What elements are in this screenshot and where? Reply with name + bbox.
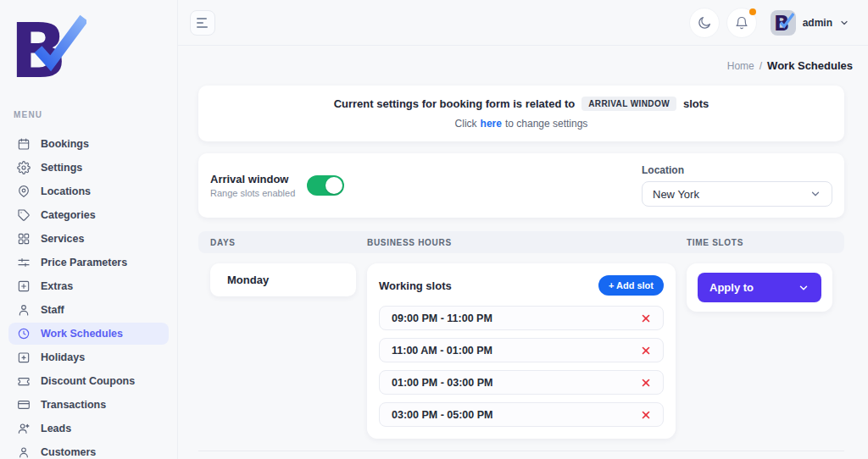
sidebar-item-extras[interactable]: Extras (8, 275, 169, 297)
change-settings-link[interactable]: here (481, 118, 502, 130)
arrival-window-toggle-block: Arrival window Range slots enabled (210, 173, 344, 198)
content-divider (198, 451, 844, 451)
clock-icon (17, 327, 31, 340)
bell-icon (734, 15, 749, 30)
time-slot-value: 01:00 PM - 03:00 PM (392, 377, 493, 389)
time-slot-value: 09:00 PM - 11:00 PM (392, 312, 492, 324)
x-icon (641, 410, 651, 420)
sidebar-item-label: Services (41, 233, 84, 245)
sidebar-item-label: Extras (41, 280, 73, 292)
sidebar-item-services[interactable]: Services (8, 228, 169, 250)
delete-slot-button[interactable] (641, 346, 651, 356)
time-slot-row: 03:00 PM - 05:00 PM (379, 402, 664, 427)
top-bar: B admin (178, 0, 868, 46)
breadcrumb-current: Work Schedules (767, 59, 853, 72)
apply-to-button[interactable]: Apply to (698, 273, 821, 302)
schedule-table-header: DAYS BUSINESS HOURS TIME SLOTS (198, 231, 844, 253)
settings-info-banner: Current settings for booking form is rel… (198, 86, 844, 141)
arrival-window-title: Arrival window (210, 173, 295, 185)
working-slots-header: Working slots + Add slot (379, 275, 664, 296)
apply-to-label: Apply to (709, 281, 754, 294)
location-select[interactable]: New York (642, 181, 832, 207)
user-menu[interactable]: B admin (771, 10, 849, 36)
breadcrumb-home-link[interactable]: Home (727, 60, 754, 72)
location-block: Location New York (642, 164, 832, 207)
sidebar-toggle-button[interactable] (190, 10, 215, 36)
sidebar-item-staff[interactable]: Staff (8, 299, 169, 321)
user-star-icon (17, 422, 31, 435)
banner-line2: Click here to change settings (212, 118, 831, 130)
slot-list: 09:00 PM - 11:00 PM 11:00 AM - 01:00 PM … (379, 306, 664, 427)
brand-logo[interactable]: B (0, 0, 177, 91)
sidebar-item-settings[interactable]: Settings (8, 157, 169, 179)
arrival-window-panel: Arrival window Range slots enabled Locat… (198, 153, 844, 218)
banner-change-text: to change settings (505, 118, 587, 130)
working-slots-card: Working slots + Add slot 09:00 PM - 11:0… (367, 263, 676, 439)
column-header-business-hours: BUSINESS HOURS (367, 238, 676, 247)
sidebar-item-bookings[interactable]: Bookings (8, 133, 169, 155)
calendar-plus-icon (17, 351, 31, 364)
banner-text-after: slots (683, 97, 709, 110)
avatar-logo-icon: B (772, 12, 794, 34)
x-icon (641, 346, 651, 356)
sidebar-item-label: Settings (41, 162, 82, 174)
time-slot-row: 09:00 PM - 11:00 PM (379, 306, 664, 330)
moon-icon (697, 15, 712, 30)
arrival-window-subtitle: Range slots enabled (210, 188, 295, 198)
time-slot-row: 11:00 AM - 01:00 PM (379, 338, 664, 362)
sidebar-item-locations[interactable]: Locations (8, 180, 169, 202)
brand-logo-icon: B (8, 12, 86, 90)
arrival-window-toggle[interactable] (307, 175, 344, 196)
sidebar-item-discount-coupons[interactable]: Discount Coupons (8, 370, 169, 392)
apply-to-card: Apply to (687, 263, 832, 312)
banner-line1: Current settings for booking form is rel… (212, 97, 831, 111)
sidebar-item-price-parameters[interactable]: Price Parameters (8, 252, 169, 274)
sidebar-item-customers[interactable]: Customers (8, 441, 169, 459)
map-pin-icon (17, 185, 31, 198)
chevron-down-icon (810, 188, 821, 200)
sidebar-item-holidays[interactable]: Holidays (8, 346, 169, 368)
breadcrumb: Home / Work Schedules (178, 46, 868, 72)
tag-icon (17, 208, 31, 222)
add-slot-button[interactable]: + Add slot (598, 275, 664, 296)
sidebar-item-label: Price Parameters (41, 257, 127, 268)
sidebar-item-transactions[interactable]: Transactions (8, 394, 169, 416)
sidebar-item-label: Leads (41, 423, 71, 434)
content: Current settings for booking form is rel… (178, 72, 868, 451)
column-header-days: DAYS (210, 238, 356, 247)
sidebar-item-categories[interactable]: Categories (8, 204, 169, 226)
delete-slot-button[interactable] (641, 410, 651, 420)
day-card: Monday (210, 263, 356, 296)
schedule-row-monday: Monday Working slots + Add slot 09:00 PM… (198, 263, 844, 439)
time-slot-row: 01:00 PM - 03:00 PM (379, 370, 664, 395)
location-selected-value: New York (653, 188, 699, 201)
time-slot-value: 03:00 PM - 05:00 PM (392, 409, 493, 421)
arrival-window-badge: ARRIVAL WINDOW (581, 97, 676, 111)
main-area: B admin Home / Work Schedules Current se… (178, 0, 868, 459)
delete-slot-button[interactable] (641, 313, 651, 324)
banner-text-before: Current settings for booking form is rel… (334, 97, 576, 110)
notifications-button[interactable] (726, 8, 757, 38)
user-icon (17, 303, 31, 317)
sidebar-item-label: Bookings (41, 138, 89, 150)
notification-badge (749, 8, 756, 15)
sidebar-item-leads[interactable]: Leads (8, 418, 169, 440)
chevron-down-icon (839, 18, 849, 28)
chevron-down-icon (798, 282, 810, 294)
sidebar-item-work-schedules[interactable]: Work Schedules (8, 323, 169, 345)
calendar-icon (17, 137, 31, 151)
day-name: Monday (227, 274, 269, 286)
sidebar: B MENU Bookings Settings Locations Categ… (0, 0, 178, 459)
sliders-icon (17, 256, 31, 269)
credit-card-icon (17, 398, 31, 412)
dark-mode-toggle-button[interactable] (689, 8, 720, 38)
user-name: admin (803, 17, 832, 29)
sidebar-section-label: MENU (14, 110, 177, 119)
delete-slot-button[interactable] (641, 378, 651, 388)
grid-icon (17, 232, 31, 246)
working-slots-title: Working slots (379, 279, 452, 292)
sidebar-item-label: Customers (41, 446, 96, 458)
ticket-icon (17, 374, 31, 388)
sidebar-nav: Bookings Settings Locations Categories S… (0, 133, 177, 459)
sidebar-item-label: Discount Coupons (41, 375, 135, 387)
